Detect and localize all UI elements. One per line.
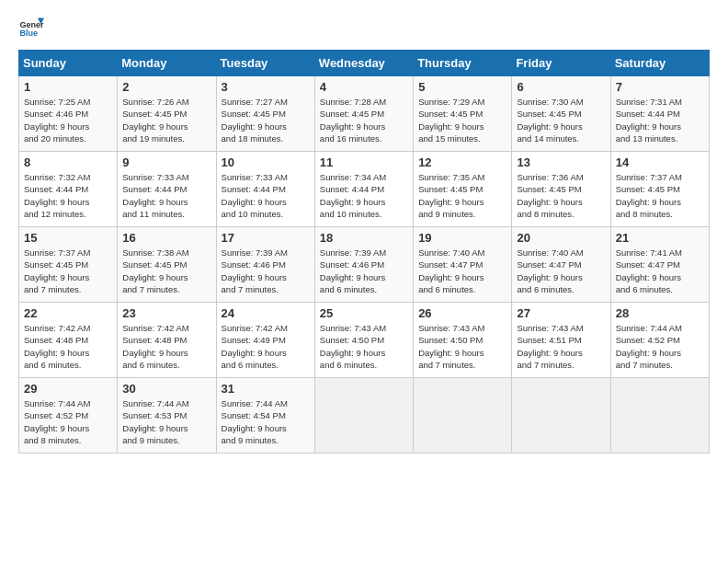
day-number: 17 — [222, 231, 310, 245]
calendar-cell: 22Sunrise: 7:42 AMSunset: 4:48 PMDayligh… — [19, 303, 118, 378]
calendar-cell: 9Sunrise: 7:33 AMSunset: 4:44 PMDaylight… — [118, 152, 216, 227]
cell-text: Sunrise: 7:33 AMSunset: 4:44 PMDaylight:… — [122, 171, 210, 220]
header: General Blue — [18, 15, 710, 40]
day-number: 29 — [24, 382, 112, 396]
calendar-cell: 29Sunrise: 7:44 AMSunset: 4:52 PMDayligh… — [19, 378, 118, 454]
cell-text: Sunrise: 7:41 AMSunset: 4:47 PMDaylight:… — [616, 247, 704, 295]
day-number: 3 — [222, 80, 310, 94]
calendar-cell: 1Sunrise: 7:25 AMSunset: 4:46 PMDaylight… — [19, 76, 118, 152]
svg-text:Blue: Blue — [19, 29, 38, 38]
cell-text: Sunrise: 7:31 AMSunset: 4:44 PMDaylight:… — [616, 96, 704, 144]
cell-text: Sunrise: 7:26 AMSunset: 4:45 PMDaylight:… — [122, 96, 210, 144]
dow-header-wednesday: Wednesday — [314, 51, 413, 76]
cell-text: Sunrise: 7:44 AMSunset: 4:53 PMDaylight:… — [122, 397, 210, 446]
day-number: 25 — [320, 306, 408, 320]
day-number: 24 — [222, 306, 310, 320]
cell-text: Sunrise: 7:43 AMSunset: 4:50 PMDaylight:… — [320, 322, 408, 371]
cell-text: Sunrise: 7:42 AMSunset: 4:49 PMDaylight:… — [222, 322, 310, 371]
day-number: 13 — [517, 155, 605, 169]
calendar-cell: 20Sunrise: 7:40 AMSunset: 4:47 PMDayligh… — [512, 227, 610, 303]
day-number: 23 — [122, 306, 210, 320]
day-number: 30 — [122, 382, 210, 396]
cell-text: Sunrise: 7:30 AMSunset: 4:45 PMDaylight:… — [517, 96, 605, 144]
cell-text: Sunrise: 7:35 AMSunset: 4:45 PMDaylight:… — [418, 171, 506, 220]
day-number: 31 — [222, 382, 310, 396]
calendar-cell: 27Sunrise: 7:43 AMSunset: 4:51 PMDayligh… — [512, 303, 610, 378]
day-number: 21 — [616, 231, 704, 245]
cell-text: Sunrise: 7:40 AMSunset: 4:47 PMDaylight:… — [418, 247, 506, 295]
calendar-week-3: 15Sunrise: 7:37 AMSunset: 4:45 PMDayligh… — [19, 227, 710, 303]
day-number: 1 — [24, 80, 112, 94]
calendar-cell: 2Sunrise: 7:26 AMSunset: 4:45 PMDaylight… — [118, 76, 216, 152]
calendar-cell: 31Sunrise: 7:44 AMSunset: 4:54 PMDayligh… — [216, 378, 314, 454]
day-number: 14 — [616, 155, 704, 169]
calendar-cell: 18Sunrise: 7:39 AMSunset: 4:46 PMDayligh… — [314, 227, 413, 303]
calendar-cell: 30Sunrise: 7:44 AMSunset: 4:53 PMDayligh… — [118, 378, 216, 454]
day-number: 12 — [418, 155, 506, 169]
day-number: 16 — [122, 231, 210, 245]
dow-header-saturday: Saturday — [610, 51, 709, 76]
calendar-cell: 25Sunrise: 7:43 AMSunset: 4:50 PMDayligh… — [314, 303, 413, 378]
day-number: 19 — [418, 231, 506, 245]
calendar-cell: 16Sunrise: 7:38 AMSunset: 4:45 PMDayligh… — [118, 227, 216, 303]
day-number: 20 — [517, 231, 605, 245]
cell-text: Sunrise: 7:27 AMSunset: 4:45 PMDaylight:… — [222, 96, 310, 144]
calendar-cell: 19Sunrise: 7:40 AMSunset: 4:47 PMDayligh… — [414, 227, 512, 303]
day-number: 28 — [616, 306, 704, 320]
calendar-cell — [512, 378, 610, 454]
calendar-cell: 13Sunrise: 7:36 AMSunset: 4:45 PMDayligh… — [512, 152, 610, 227]
cell-text: Sunrise: 7:39 AMSunset: 4:46 PMDaylight:… — [320, 247, 408, 295]
cell-text: Sunrise: 7:29 AMSunset: 4:45 PMDaylight:… — [418, 96, 506, 144]
cell-text: Sunrise: 7:28 AMSunset: 4:45 PMDaylight:… — [320, 96, 408, 144]
calendar-table: SundayMondayTuesdayWednesdayThursdayFrid… — [18, 50, 710, 454]
calendar-cell: 12Sunrise: 7:35 AMSunset: 4:45 PMDayligh… — [414, 152, 512, 227]
calendar-cell: 15Sunrise: 7:37 AMSunset: 4:45 PMDayligh… — [19, 227, 118, 303]
calendar-cell: 17Sunrise: 7:39 AMSunset: 4:46 PMDayligh… — [216, 227, 314, 303]
calendar-cell — [414, 378, 512, 454]
day-number: 10 — [222, 155, 310, 169]
calendar-week-5: 29Sunrise: 7:44 AMSunset: 4:52 PMDayligh… — [19, 378, 710, 454]
calendar-cell: 26Sunrise: 7:43 AMSunset: 4:50 PMDayligh… — [414, 303, 512, 378]
day-number: 9 — [122, 155, 210, 169]
dow-header-thursday: Thursday — [414, 51, 512, 76]
calendar-week-4: 22Sunrise: 7:42 AMSunset: 4:48 PMDayligh… — [19, 303, 710, 378]
calendar-week-1: 1Sunrise: 7:25 AMSunset: 4:46 PMDaylight… — [19, 76, 710, 152]
dow-header-friday: Friday — [512, 51, 610, 76]
cell-text: Sunrise: 7:32 AMSunset: 4:44 PMDaylight:… — [24, 171, 112, 220]
day-number: 18 — [320, 231, 408, 245]
day-number: 8 — [24, 155, 112, 169]
cell-text: Sunrise: 7:25 AMSunset: 4:46 PMDaylight:… — [24, 96, 112, 144]
cell-text: Sunrise: 7:43 AMSunset: 4:51 PMDaylight:… — [517, 322, 605, 371]
cell-text: Sunrise: 7:34 AMSunset: 4:44 PMDaylight:… — [320, 171, 408, 220]
cell-text: Sunrise: 7:44 AMSunset: 4:52 PMDaylight:… — [616, 322, 704, 371]
cell-text: Sunrise: 7:37 AMSunset: 4:45 PMDaylight:… — [616, 171, 704, 220]
calendar-cell: 6Sunrise: 7:30 AMSunset: 4:45 PMDaylight… — [512, 76, 610, 152]
calendar-cell: 7Sunrise: 7:31 AMSunset: 4:44 PMDaylight… — [610, 76, 709, 152]
calendar-cell — [610, 378, 709, 454]
cell-text: Sunrise: 7:39 AMSunset: 4:46 PMDaylight:… — [222, 247, 310, 295]
cell-text: Sunrise: 7:38 AMSunset: 4:45 PMDaylight:… — [122, 247, 210, 295]
dow-header-monday: Monday — [118, 51, 216, 76]
cell-text: Sunrise: 7:44 AMSunset: 4:54 PMDaylight:… — [222, 397, 310, 446]
cell-text: Sunrise: 7:33 AMSunset: 4:44 PMDaylight:… — [222, 171, 310, 220]
cell-text: Sunrise: 7:43 AMSunset: 4:50 PMDaylight:… — [418, 322, 506, 371]
dow-header-sunday: Sunday — [19, 51, 118, 76]
cell-text: Sunrise: 7:40 AMSunset: 4:47 PMDaylight:… — [517, 247, 605, 295]
day-number: 26 — [418, 306, 506, 320]
day-number: 11 — [320, 155, 408, 169]
day-number: 7 — [616, 80, 704, 94]
calendar-week-2: 8Sunrise: 7:32 AMSunset: 4:44 PMDaylight… — [19, 152, 710, 227]
day-number: 15 — [24, 231, 112, 245]
calendar-cell — [314, 378, 413, 454]
cell-text: Sunrise: 7:36 AMSunset: 4:45 PMDaylight:… — [517, 171, 605, 220]
day-number: 27 — [517, 306, 605, 320]
calendar-cell: 3Sunrise: 7:27 AMSunset: 4:45 PMDaylight… — [216, 76, 314, 152]
calendar-cell: 24Sunrise: 7:42 AMSunset: 4:49 PMDayligh… — [216, 303, 314, 378]
calendar-cell: 4Sunrise: 7:28 AMSunset: 4:45 PMDaylight… — [314, 76, 413, 152]
calendar-cell: 10Sunrise: 7:33 AMSunset: 4:44 PMDayligh… — [216, 152, 314, 227]
calendar-cell: 14Sunrise: 7:37 AMSunset: 4:45 PMDayligh… — [610, 152, 709, 227]
calendar-cell: 28Sunrise: 7:44 AMSunset: 4:52 PMDayligh… — [610, 303, 709, 378]
calendar-cell: 21Sunrise: 7:41 AMSunset: 4:47 PMDayligh… — [610, 227, 709, 303]
day-number: 5 — [418, 80, 506, 94]
cell-text: Sunrise: 7:42 AMSunset: 4:48 PMDaylight:… — [24, 322, 112, 371]
